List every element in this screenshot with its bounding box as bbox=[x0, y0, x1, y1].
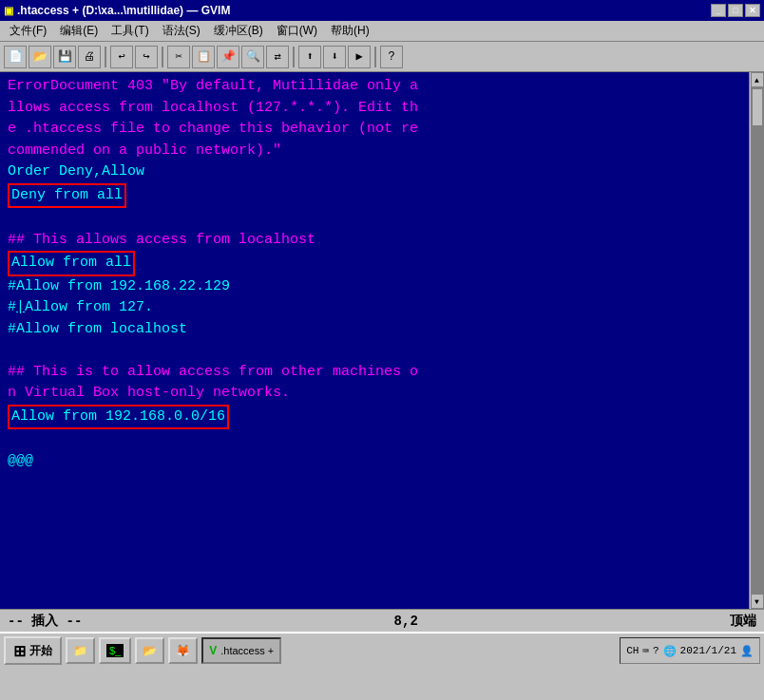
toolbar-sep3 bbox=[293, 47, 295, 67]
allow-from-192-highlight: Allow from 192.168.0.0/16 bbox=[8, 405, 229, 430]
taskbar-icon-folder1: 📁 bbox=[73, 644, 87, 657]
toolbar-save[interactable]: 💾 bbox=[53, 46, 76, 68]
taskbar-icon-folder2: 📂 bbox=[143, 644, 157, 657]
toolbar-sep2 bbox=[162, 47, 163, 67]
editor-line-10: #Allow from 192.168.22.129 bbox=[8, 276, 741, 298]
menu-edit[interactable]: 编辑(E) bbox=[54, 21, 104, 41]
title-bar: ▣ .htaccess + (D:\xa...\mutillidae) — GV… bbox=[0, 0, 764, 21]
tray-keyboard-icon: ⌨ bbox=[642, 645, 649, 657]
start-icon: ⊞ bbox=[13, 642, 26, 660]
editor-line-3: e .htaccess file to change this behavior… bbox=[8, 119, 741, 141]
editor-line-4: commended on a public network)." bbox=[8, 141, 741, 162]
scrollbar[interactable]: ▲ ▼ bbox=[749, 72, 764, 609]
scrollbar-thumb[interactable] bbox=[752, 88, 763, 126]
editor-line-1: ErrorDocument 403 "By default, Mutillida… bbox=[8, 76, 741, 98]
toolbar-replace[interactable]: ⇄ bbox=[266, 46, 289, 68]
maximize-button[interactable]: □ bbox=[728, 4, 743, 17]
toolbar: 📄 📂 💾 🖨 ↩ ↪ ✂ 📋 📌 🔍 ⇄ ⬆ ⬇ ▶ ? bbox=[0, 42, 764, 72]
tray-person-icon: 👤 bbox=[740, 645, 754, 657]
window-title: .htaccess + (D:\xa...\mutillidae) — GVIM bbox=[17, 4, 230, 17]
start-label: 开始 bbox=[29, 643, 52, 659]
deny-from-all-highlight: Deny from all bbox=[8, 183, 126, 209]
editor-line-6: Deny from all bbox=[8, 183, 741, 209]
menu-buffer[interactable]: 缓冲区(B) bbox=[208, 21, 269, 41]
toolbar-sep1 bbox=[105, 47, 106, 67]
editor-line-blank2 bbox=[8, 340, 741, 362]
cursor-position: 8,2 bbox=[82, 614, 730, 629]
taskbar-icon-firefox: 🦊 bbox=[176, 644, 190, 657]
scroll-down-button[interactable]: ▼ bbox=[751, 594, 764, 609]
taskbar-vim-label: .htaccess + bbox=[220, 645, 274, 656]
toolbar-run[interactable]: ▶ bbox=[348, 46, 371, 68]
app-icon: ▣ bbox=[4, 5, 13, 17]
status-bar: -- 插入 -- 8,2 顶端 bbox=[0, 609, 764, 632]
toolbar-upload[interactable]: ⬆ bbox=[298, 46, 321, 68]
window-controls[interactable]: _ □ ✕ bbox=[711, 4, 760, 17]
editor-line-blank1 bbox=[8, 208, 741, 230]
taskbar-item-3[interactable]: 📂 bbox=[135, 637, 164, 664]
editor-line-15: n Virtual Box host-only networks. bbox=[8, 383, 741, 405]
editor-line-comment2: ## This is to allow access from other ma… bbox=[8, 362, 741, 384]
toolbar-find[interactable]: 🔍 bbox=[241, 46, 264, 68]
scroll-up-button[interactable]: ▲ bbox=[751, 72, 764, 87]
toolbar-print[interactable]: 🖨 bbox=[78, 46, 101, 68]
editor-line-5: Order Deny,Allow bbox=[8, 161, 741, 183]
toolbar-paste[interactable]: 📌 bbox=[217, 46, 239, 68]
tray-time: 2021/1/21 bbox=[680, 645, 736, 656]
editor-line-comment1: ## This allows access from localhost bbox=[8, 230, 741, 252]
start-button[interactable]: ⊞ 开始 bbox=[4, 636, 62, 665]
taskbar: ⊞ 开始 📁 $_ 📂 🦊 V .htaccess + CH ⌨ ? 🌐 202… bbox=[0, 632, 764, 668]
toolbar-copy[interactable]: 📋 bbox=[192, 46, 215, 68]
editor-container[interactable]: ErrorDocument 403 "By default, Mutillida… bbox=[0, 72, 764, 609]
menu-window[interactable]: 窗口(W) bbox=[271, 21, 323, 41]
scrollbar-track[interactable] bbox=[751, 87, 764, 594]
editor-line-2: llows access from localhost (127.*.*.*).… bbox=[8, 98, 741, 120]
allow-from-all-highlight: Allow from all bbox=[8, 251, 135, 276]
taskbar-item-4[interactable]: 🦊 bbox=[168, 637, 198, 664]
toolbar-open[interactable]: 📂 bbox=[29, 46, 51, 68]
taskbar-item-vim[interactable]: V .htaccess + bbox=[201, 637, 281, 664]
editor-line-11: #|Allow from 127. bbox=[8, 297, 741, 319]
system-tray: CH ⌨ ? 🌐 2021/1/21 👤 bbox=[620, 637, 760, 664]
scroll-position: 顶端 bbox=[730, 613, 756, 630]
minimize-button[interactable]: _ bbox=[711, 4, 726, 17]
toolbar-sep4 bbox=[374, 47, 376, 67]
taskbar-icon-vim: V bbox=[209, 644, 217, 657]
tray-network-icon: 🌐 bbox=[663, 645, 677, 657]
toolbar-new[interactable]: 📄 bbox=[4, 46, 27, 68]
close-button[interactable]: ✕ bbox=[745, 4, 760, 17]
editor-line-12: #Allow from localhost bbox=[8, 319, 741, 341]
toolbar-help[interactable]: ? bbox=[380, 46, 403, 68]
toolbar-download[interactable]: ⬇ bbox=[323, 46, 346, 68]
editor-line-9: Allow from all bbox=[8, 251, 741, 276]
editor-line-blank3 bbox=[8, 429, 741, 451]
menu-tools[interactable]: 工具(T) bbox=[105, 21, 154, 41]
tray-help-icon: ? bbox=[653, 645, 659, 656]
menu-syntax[interactable]: 语法(S) bbox=[157, 21, 206, 41]
editor-content[interactable]: ErrorDocument 403 "By default, Mutillida… bbox=[0, 72, 749, 609]
editor-line-18: @@@ bbox=[8, 451, 741, 473]
toolbar-redo[interactable]: ↪ bbox=[135, 46, 158, 68]
taskbar-item-1[interactable]: 📁 bbox=[66, 637, 95, 664]
menu-bar: 文件(F) 编辑(E) 工具(T) 语法(S) 缓冲区(B) 窗口(W) 帮助(… bbox=[0, 21, 764, 42]
menu-file[interactable]: 文件(F) bbox=[4, 21, 52, 41]
toolbar-cut[interactable]: ✂ bbox=[167, 46, 190, 68]
vim-mode: -- 插入 -- bbox=[8, 613, 82, 630]
editor-line-16: Allow from 192.168.0.0/16 bbox=[8, 405, 741, 430]
taskbar-item-2[interactable]: $_ bbox=[99, 637, 131, 664]
tray-lang: CH bbox=[626, 645, 639, 656]
menu-help[interactable]: 帮助(H) bbox=[325, 21, 375, 41]
toolbar-undo[interactable]: ↩ bbox=[110, 46, 133, 68]
taskbar-icon-terminal: $_ bbox=[106, 644, 124, 657]
